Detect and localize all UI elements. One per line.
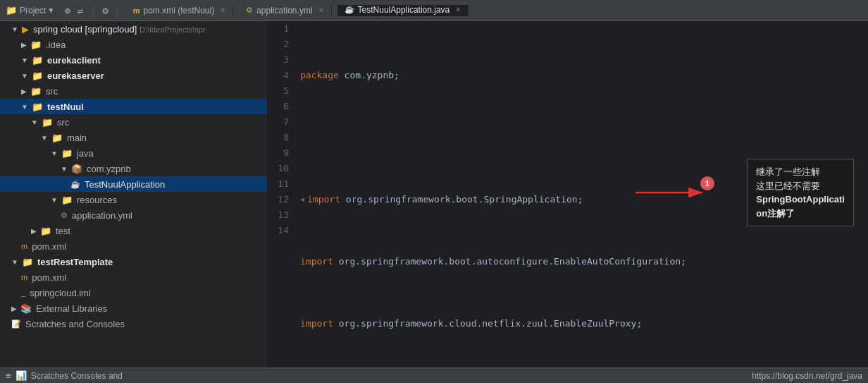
arrow-extlibs: ▶	[11, 305, 17, 312]
sidebar-item-idea[interactable]: ▶ 📁 .idea	[0, 37, 267, 52]
folder-icon-test: 📁	[40, 226, 51, 236]
sidebar-item-applicationyml[interactable]: ⚙ application.yml	[0, 207, 267, 223]
sidebar-item-testnuulapplication[interactable]: ☕ TestNuulApplication	[0, 176, 267, 192]
gear-icon[interactable]: ⚙	[102, 5, 108, 16]
code-line-5: import org.springframework.cloud.netflix…	[300, 316, 862, 332]
toolbar-icons: ⊕ ⇌	[63, 4, 85, 18]
tab-close-pom[interactable]: ✕	[220, 6, 225, 14]
label-package: com.yzpnb	[87, 164, 131, 174]
sidebar-item-extlibs[interactable]: ▶ 📚 External Libraries	[0, 300, 267, 316]
annotation-line1: 继承了一些注解	[756, 165, 845, 179]
tab-label-java: TestNuulApplication.java	[358, 5, 450, 15]
label-pomxml: pom.xml	[32, 241, 66, 252]
label-src: src	[46, 86, 58, 97]
code-line-4: import org.springframework.boot.autoconf…	[300, 254, 862, 269]
sidebar-item-springcloud[interactable]: ▼ ▶ spring cloud [springcloud] D:\IdeaPr…	[0, 21, 267, 37]
sidebar-item-test[interactable]: ▶ 📁 test	[0, 223, 267, 238]
label-eurekaclient: eurekaclient	[47, 55, 101, 66]
arrow-src2: ▼	[31, 118, 38, 126]
line-numbers: 1 2 3 4 5 6 7 8 9 10 11 12 13 14	[268, 21, 294, 367]
label-eurekaserver: eurekaserver	[47, 71, 104, 81]
arrow-idea: ▶	[21, 41, 27, 49]
add-icon[interactable]: ⊕	[63, 4, 71, 18]
divider	[93, 5, 94, 16]
sidebar-item-pom2[interactable]: m pom.xml	[0, 269, 267, 285]
bars-icon[interactable]: ≡	[6, 370, 11, 381]
main-content: ▼ ▶ spring cloud [springcloud] D:\IdeaPr…	[0, 21, 868, 367]
tab-pom[interactable]: m pom.xml (testNuul) ✕	[126, 6, 233, 16]
editor-area: 1 2 3 4 5 6 7 8 9 10 11 12 13 14 package…	[268, 21, 868, 367]
annotation-balloon: 继承了一些注解 这里已经不需要 SpringBootApplicati on注解…	[747, 159, 854, 226]
folder-icon-main: 📁	[51, 133, 63, 143]
arrow-package: ▼	[61, 165, 68, 173]
sidebar-item-iml[interactable]: _ springcloud.iml	[0, 285, 267, 300]
label-main: main	[67, 133, 87, 143]
code-line-1: package com.yzpnb;	[300, 68, 862, 83]
chart-icon[interactable]: 📊	[16, 370, 27, 381]
sidebar-item-src2[interactable]: ▼ 📁 src	[0, 114, 267, 130]
arrow-resources: ▼	[51, 196, 58, 204]
folder-icon-package: 📦	[71, 164, 82, 174]
label-testresttemplate: testRestTemplate	[37, 257, 113, 267]
file-icon-pom2: m	[21, 273, 27, 281]
sidebar-item-eurekaserver[interactable]: ▼ 📁 eurekaserver	[0, 68, 267, 83]
arrow-src: ▶	[21, 87, 27, 95]
folder-icon-testresttemplate: 📁	[22, 257, 33, 267]
arrow-java: ▼	[51, 150, 58, 157]
label-test: test	[56, 226, 70, 236]
scratches-icon: 📝	[11, 320, 21, 329]
sidebar-item-testnuul[interactable]: ▼ 📁 testNuul	[0, 99, 267, 114]
scratches-label: Scratches Consoles and	[31, 371, 123, 381]
label-testnuul: testNuul	[47, 102, 84, 112]
label-idea: .idea	[46, 39, 66, 50]
sidebar-item-src[interactable]: ▶ 📁 src	[0, 83, 267, 99]
label-testnuulapplication: TestNuulApplication	[85, 179, 165, 190]
file-icon-java: ☕	[70, 180, 80, 189]
arrow-main: ▼	[41, 134, 48, 142]
tab-icon-yml: ⚙	[246, 6, 253, 15]
sidebar-item-eurekaclient[interactable]: ▼ 📁 eurekaclient	[0, 52, 267, 68]
sidebar-item-resources[interactable]: ▼ 📁 resources	[0, 192, 267, 207]
sidebar-item-java[interactable]: ▼ 📁 java	[0, 145, 267, 161]
sidebar-item-testresttemplate[interactable]: ▼ 📁 testRestTemplate	[0, 254, 267, 269]
annotation-line4: on注解了	[756, 207, 845, 221]
project-icon: 📁	[6, 5, 17, 16]
folder-icon-springcloud: ▶	[22, 24, 29, 35]
project-label: Project	[20, 6, 46, 16]
folder-icon-extlibs: 📚	[20, 303, 32, 314]
label-iml: springcloud.iml	[30, 288, 91, 298]
tab-java[interactable]: ☕ TestNuulApplication.java ✕	[337, 5, 469, 16]
bottom-bar: ≡ 📊 Scratches Consoles and https://blog.…	[0, 367, 868, 383]
folder-icon-testnuul: 📁	[32, 102, 43, 112]
sidebar: ▼ ▶ spring cloud [springcloud] D:\IdeaPr…	[0, 21, 268, 367]
tab-yml[interactable]: ⚙ application.yml ✕	[239, 6, 331, 16]
sidebar-item-pomxml[interactable]: m pom.xml	[0, 238, 267, 254]
title-bar: 📁 Project ▼ ⊕ ⇌ ⚙ m pom.xml (testNuul) ✕…	[0, 0, 868, 21]
folder-icon-java: 📁	[61, 148, 73, 159]
label-applicationyml: application.yml	[72, 210, 132, 221]
label-scratches: Scratches and Consoles	[25, 319, 125, 329]
tab-icon-pom: m	[133, 6, 140, 15]
sync-icon[interactable]: ⇌	[76, 4, 85, 18]
file-icon-iml: _	[21, 288, 25, 297]
code-line-2	[300, 130, 862, 145]
file-icon-pom: m	[21, 242, 27, 250]
tab-close-yml[interactable]: ✕	[318, 6, 324, 14]
sidebar-item-package[interactable]: ▼ 📦 com.yzpnb	[0, 161, 267, 176]
folder-icon-eurekaserver: 📁	[32, 71, 43, 81]
tab-label-yml: application.yml	[256, 6, 312, 16]
sidebar-item-main[interactable]: ▼ 📁 main	[0, 130, 267, 145]
label-springcloud: spring cloud [springcloud] D:\IdeaProjec…	[33, 24, 206, 35]
sidebar-item-scratches[interactable]: 📝 Scratches and Consoles	[0, 316, 267, 332]
tab-label-pom: pom.xml (testNuul)	[143, 6, 214, 16]
folder-icon-idea: 📁	[30, 39, 42, 50]
folder-icon-resources: 📁	[61, 195, 73, 205]
tab-close-java[interactable]: ✕	[455, 6, 461, 13]
annotation-line2: 这里已经不需要	[756, 179, 845, 193]
label-extlibs: External Libraries	[36, 303, 107, 314]
arrow-testresttemplate: ▼	[11, 258, 18, 266]
bottom-bar-left: ≡ 📊 Scratches Consoles and	[6, 370, 123, 381]
annotation-line3: SpringBootApplicati	[756, 193, 845, 207]
label-java: java	[77, 148, 94, 159]
label-src2: src	[57, 117, 69, 128]
